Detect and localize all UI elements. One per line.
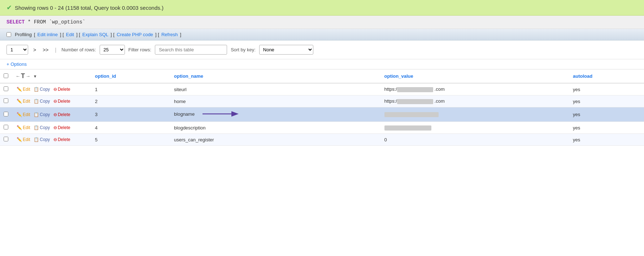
row-option-name: blogdescription xyxy=(170,122,380,134)
select-all-checkbox[interactable] xyxy=(4,73,8,78)
edit-link[interactable]: Edit xyxy=(66,32,74,37)
pencil-icon: ✏️ xyxy=(17,125,22,130)
row-option-value: https:/ .com xyxy=(381,95,569,107)
refresh-link[interactable]: Refresh xyxy=(161,32,178,37)
arrow-icon xyxy=(199,110,242,118)
value-blurred xyxy=(397,99,433,104)
filter-bar: 1 > >> | Number of rows: 25 50 100 Filte… xyxy=(0,40,644,59)
search-input[interactable] xyxy=(155,45,227,55)
options-link[interactable]: + Options xyxy=(0,59,33,69)
col-header-option-name[interactable]: option_name xyxy=(170,69,380,84)
copy-button[interactable]: 📋 Copy xyxy=(32,86,51,92)
sql-keyword: SELECT xyxy=(6,19,25,25)
edit-button[interactable]: ✏️ Edit xyxy=(16,112,31,118)
col-header-actions: ←T→ ▼ xyxy=(12,69,91,84)
copy-icon: 📋 xyxy=(34,99,39,104)
rows-label: Number of rows: xyxy=(61,47,96,52)
row-id: 2 xyxy=(91,95,170,107)
copy-button[interactable]: 📋 Copy xyxy=(32,112,51,118)
copy-icon: 📋 xyxy=(34,137,39,142)
pencil-icon: ✏️ xyxy=(17,112,22,117)
col-header-autoload[interactable]: autoload xyxy=(569,69,644,84)
filter-rows-label: Filter rows: xyxy=(129,47,152,52)
row-actions: ✏️ Edit 📋 Copy ⊖ Delete xyxy=(12,122,91,134)
row-id: 1 xyxy=(91,83,170,95)
pencil-icon: ✏️ xyxy=(17,87,22,92)
value-prefix: https:/ xyxy=(384,98,397,104)
row-id: 3 xyxy=(91,107,170,122)
edit-button[interactable]: ✏️ Edit xyxy=(16,137,31,142)
row-id: 5 xyxy=(91,134,170,146)
row-option-value xyxy=(381,122,569,134)
option-name-text: users_can_register xyxy=(174,137,214,142)
profiling-checkbox[interactable] xyxy=(6,32,11,37)
table-row: ✏️ Edit 📋 Copy ⊖ Delete 2homehttps:/ .co… xyxy=(0,95,644,107)
data-table: ←T→ ▼ option_id option_name option_value… xyxy=(0,69,644,146)
copy-icon: 📋 xyxy=(34,112,39,117)
arrow-annotation xyxy=(199,110,242,119)
row-autoload: yes xyxy=(569,83,644,95)
edit-inline-link[interactable]: Edit inline xyxy=(38,32,58,37)
delete-button[interactable]: ⊖ Delete xyxy=(52,112,71,118)
value-blurred xyxy=(397,87,433,92)
column-resize-handle[interactable]: ←T→ xyxy=(16,72,30,80)
row-autoload: yes xyxy=(569,107,644,122)
delete-icon: ⊖ xyxy=(53,87,57,92)
edit-button[interactable]: ✏️ Edit xyxy=(16,98,31,104)
col-header-option-id[interactable]: option_id xyxy=(91,69,170,84)
rows-select[interactable]: 25 50 100 xyxy=(100,45,125,55)
row-checkbox[interactable] xyxy=(4,125,8,129)
delete-button[interactable]: ⊖ Delete xyxy=(52,125,71,131)
col-header-checkbox xyxy=(0,69,12,84)
option-name-text: blogname xyxy=(174,111,195,117)
page-select[interactable]: 1 xyxy=(6,45,28,55)
next-page-button[interactable]: > xyxy=(32,46,38,54)
row-option-value: https:/ .com xyxy=(381,83,569,95)
table-row: ✏️ Edit 📋 Copy ⊖ Delete 3blogname yes xyxy=(0,107,644,122)
delete-button[interactable]: ⊖ Delete xyxy=(52,98,71,104)
delete-icon: ⊖ xyxy=(53,125,57,130)
copy-button[interactable]: 📋 Copy xyxy=(32,125,51,131)
row-checkbox[interactable] xyxy=(4,86,8,91)
row-actions: ✏️ Edit 📋 Copy ⊖ Delete xyxy=(12,107,91,122)
delete-icon: ⊖ xyxy=(53,112,57,117)
row-id: 4 xyxy=(91,122,170,134)
banner-text: Showing rows 0 - 24 (1158 total, Query t… xyxy=(15,5,164,11)
edit-button[interactable]: ✏️ Edit xyxy=(16,86,31,92)
delete-button[interactable]: ⊖ Delete xyxy=(52,137,71,142)
value-blurred xyxy=(384,125,431,131)
row-checkbox[interactable] xyxy=(4,98,8,103)
sort-arrow: ▼ xyxy=(33,74,37,78)
value-suffix: .com xyxy=(433,98,445,104)
last-page-button[interactable]: >> xyxy=(41,46,50,54)
row-autoload: yes xyxy=(569,134,644,146)
copy-button[interactable]: 📋 Copy xyxy=(32,137,51,142)
row-option-name: blogname xyxy=(170,107,380,122)
row-option-value xyxy=(381,107,569,122)
pencil-icon: ✏️ xyxy=(17,99,22,104)
row-option-name: siteurl xyxy=(170,83,380,95)
row-autoload: yes xyxy=(569,95,644,107)
copy-button[interactable]: 📋 Copy xyxy=(32,98,51,104)
separator: | xyxy=(55,47,57,53)
edit-button[interactable]: ✏️ Edit xyxy=(16,125,31,131)
copy-icon: 📋 xyxy=(34,125,39,130)
table-row: ✏️ Edit 📋 Copy ⊖ Delete 1siteurlhttps:/ … xyxy=(0,83,644,95)
row-checkbox[interactable] xyxy=(4,112,8,116)
delete-button[interactable]: ⊖ Delete xyxy=(52,86,71,92)
option-name-text: blogdescription xyxy=(174,125,205,131)
success-icon: ✔ xyxy=(6,4,12,12)
option-name-text: home xyxy=(174,99,186,104)
sort-select[interactable]: None PRIMARY option_name xyxy=(259,45,313,55)
col-header-option-value[interactable]: option_value xyxy=(381,69,569,84)
success-banner: ✔ Showing rows 0 - 24 (1158 total, Query… xyxy=(0,0,644,16)
row-checkbox[interactable] xyxy=(4,137,8,141)
copy-icon: 📋 xyxy=(34,87,39,92)
delete-icon: ⊖ xyxy=(53,137,57,142)
table-row: ✏️ Edit 📋 Copy ⊖ Delete 4blogdescription… xyxy=(0,122,644,134)
explain-sql-link[interactable]: Explain SQL xyxy=(82,32,108,37)
sort-label: Sort by key: xyxy=(231,47,256,52)
create-php-code-link[interactable]: Create PHP code xyxy=(117,32,153,37)
option-name-text: siteurl xyxy=(174,87,187,92)
row-actions: ✏️ Edit 📋 Copy ⊖ Delete xyxy=(12,83,91,95)
